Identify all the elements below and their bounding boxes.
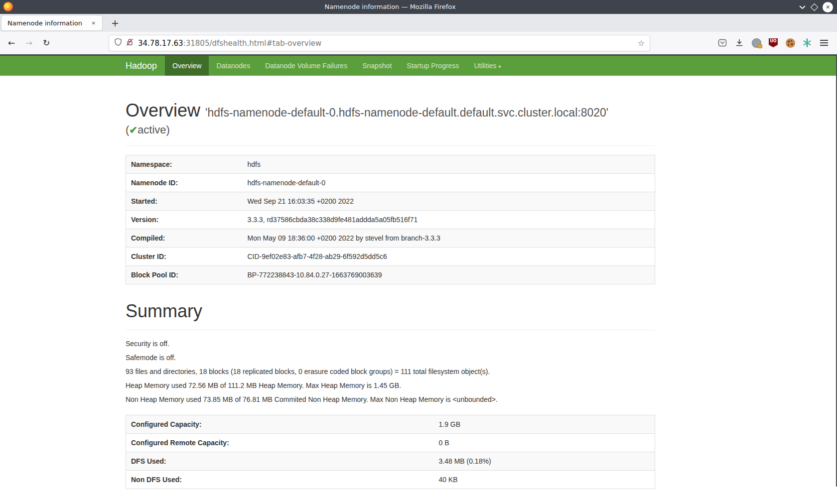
reload-button[interactable]: ↻ [39,35,54,50]
bookmark-star-icon[interactable]: ☆ [638,38,645,48]
table-row: DFS Used:3.48 MB (0.18%) [126,452,655,471]
table-row: Version:3.3.3, rd37586cbda38c338d9fe481a… [126,210,655,229]
namenode-address: 'hdfs-namenode-default-0.hdfs-namenode-d… [205,106,608,119]
window-titlebar: Namenode information — Mozilla Firefox ✕ [0,0,837,14]
menu-icon[interactable] [817,35,831,50]
table-row: Namenode ID:hdfs-namenode-default-0 [126,173,655,192]
namenode-info-table: Namespace:hdfs Namenode ID:hdfs-namenode… [126,155,655,284]
summary-line: Safemode is off. [126,353,655,362]
window-maximize-button[interactable] [811,3,819,11]
summary-title: Summary [126,301,655,321]
namenode-status: (✔active) [126,124,655,136]
page-title: Overview 'hdfs-namenode-default-0.hdfs-n… [126,101,655,121]
new-tab-button[interactable]: + [107,17,123,28]
summary-line: Non Heap Memory used 73.85 MB of 76.81 M… [126,395,655,404]
summary-line: 93 files and directories, 18 blocks (18 … [126,367,655,376]
nav-tab-datanode-volume-failures[interactable]: Datanode Volume Failures [258,56,355,76]
tab-strip: Namenode information ✕ + [0,14,837,32]
summary-line: Heap Memory used 72.56 MB of 111.2 MB He… [126,381,655,390]
cookie-extension-icon[interactable] [783,35,797,50]
ublock-origin-icon[interactable]: UO [766,35,780,50]
table-row: Started:Wed Sep 21 16:03:35 +0200 2022 [126,192,655,210]
hadoop-navbar: Hadoop Overview Datanodes Datanode Volum… [0,54,837,76]
url-bar[interactable]: 34.78.17.63:31805/dfshealth.html#tab-ove… [109,35,650,51]
insecure-lock-icon[interactable] [126,38,134,48]
nav-tab-datanodes[interactable]: Datanodes [209,56,258,76]
url-text: 34.78.17.63:31805/dfshealth.html#tab-ove… [138,39,638,48]
tab-close-icon[interactable]: ✕ [89,19,98,27]
url-host: 34.78.17.63 [138,39,183,48]
nav-tab-overview[interactable]: Overview [165,56,209,76]
table-row: Configured Remote Capacity:0 B [126,434,655,452]
window-minimize-button[interactable] [799,5,806,9]
pocket-icon[interactable] [715,35,729,50]
page-viewport: Hadoop Overview Datanodes Datanode Volum… [0,54,837,487]
table-row: Non DFS Used:40 KB [126,471,655,489]
table-row: Configured Capacity:1.9 GB [126,415,655,434]
nav-tab-snapshot[interactable]: Snapshot [355,56,399,76]
nav-tab-startup-progress[interactable]: Startup Progress [399,56,466,76]
hadoop-brand[interactable]: Hadoop [126,56,157,76]
capacity-table: Configured Capacity:1.9 GB Configured Re… [126,415,655,489]
download-icon[interactable] [732,35,746,50]
shield-icon[interactable] [114,38,122,48]
back-button[interactable]: ← [4,35,19,50]
browser-toolbar: ← → ↻ 34.78.17.63:31805/dfshealth.html#t… [0,32,837,54]
privacy-extension-icon[interactable] [749,35,763,50]
divider [126,145,655,146]
window-close-button[interactable]: ✕ [823,2,833,12]
table-row: Cluster ID:CID-9ef02e83-afb7-4f28-ab29-6… [126,247,655,265]
lock-badge-icon [758,44,762,48]
tab-namenode-information[interactable]: Namenode information ✕ [1,15,102,30]
forward-button[interactable]: → [21,35,36,50]
chevron-down-icon: ▾ [499,64,501,69]
window-title: Namenode information — Mozilla Firefox [0,0,780,14]
url-path: :31805/dfshealth.html#tab-overview [183,39,322,48]
summary-text: Security is off. Safemode is off. 93 fil… [126,339,655,404]
table-row: Namespace:hdfs [126,155,655,173]
table-row: Block Pool ID:BP-772238843-10.84.0.27-16… [126,265,655,284]
browser-window: Namenode information — Mozilla Firefox ✕… [0,0,837,504]
check-icon: ✔ [129,125,138,135]
asterisk-extension-icon[interactable] [800,35,814,50]
divider [126,330,655,330]
table-row: Compiled:Mon May 09 18:36:00 +0200 2022 … [126,229,655,247]
summary-line: Security is off. [126,339,655,348]
tab-label: Namenode information [7,19,89,27]
nav-tab-utilities[interactable]: Utilities▾ [466,56,508,76]
